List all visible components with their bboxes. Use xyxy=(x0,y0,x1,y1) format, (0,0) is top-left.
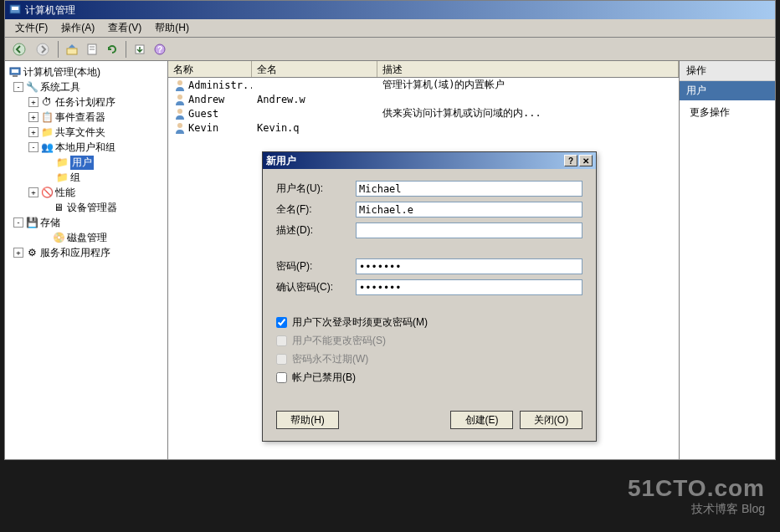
col-fullname[interactable]: 全名 xyxy=(252,61,377,77)
storage-icon: 💾 xyxy=(25,216,38,229)
password-field[interactable] xyxy=(356,258,582,274)
tree-services-apps[interactable]: + ⚙ 服务和应用程序 xyxy=(7,245,166,260)
collapse-icon[interactable]: - xyxy=(13,82,23,92)
col-description[interactable]: 描述 xyxy=(377,61,679,77)
menu-help[interactable]: 帮助(H) xyxy=(148,19,196,37)
list-item[interactable]: Andrew Andrew.w xyxy=(168,92,679,106)
forward-button[interactable] xyxy=(32,40,54,59)
svg-rect-13 xyxy=(13,75,18,77)
list-item[interactable]: Administr... 管理计算机(域)的内置帐户 xyxy=(168,78,679,92)
confirm-field[interactable] xyxy=(356,279,582,295)
col-name[interactable]: 名称 xyxy=(168,61,252,77)
expand-icon[interactable]: + xyxy=(13,248,23,258)
help-button[interactable]: ? xyxy=(151,40,169,59)
svg-point-17 xyxy=(177,123,182,128)
expand-icon[interactable]: + xyxy=(28,97,38,107)
fullname-field[interactable] xyxy=(356,202,582,217)
folder-icon: 📁 xyxy=(55,171,69,184)
list-header: 名称 全名 描述 xyxy=(168,61,679,78)
export-button[interactable] xyxy=(131,40,149,59)
tree-disk-management[interactable]: 📀 磁盘管理 xyxy=(7,230,166,245)
check-must-change[interactable]: 用户下次登录时须更改密码(M) xyxy=(276,315,582,330)
close-button[interactable]: 关闭(O) xyxy=(520,411,582,429)
svg-rect-12 xyxy=(12,69,18,73)
window-title: 计算机管理 xyxy=(25,3,75,18)
scheduler-icon: ⏱ xyxy=(40,95,54,109)
toolbar-separator xyxy=(58,41,59,58)
expand-icon[interactable]: + xyxy=(28,112,38,122)
tree-root[interactable]: 计算机管理(本地) xyxy=(7,64,166,79)
tools-icon: 🔧 xyxy=(25,80,38,94)
confirm-label: 确认密码(C): xyxy=(276,280,356,294)
dialog-close-button[interactable]: ✕ xyxy=(579,155,593,166)
svg-rect-1 xyxy=(12,7,18,10)
actions-more[interactable]: 更多操作 xyxy=(680,100,775,125)
user-icon xyxy=(173,93,187,106)
toolbar-separator xyxy=(126,41,126,58)
actions-subheader: 用户 xyxy=(680,81,775,100)
menu-file[interactable]: 文件(F) xyxy=(8,19,54,37)
tree-device-manager[interactable]: 🖥 设备管理器 xyxy=(7,200,166,215)
tree-performance[interactable]: + 🚫 性能 xyxy=(7,185,166,200)
collapse-icon[interactable]: - xyxy=(13,217,23,228)
shared-icon: 📁 xyxy=(40,125,54,139)
svg-point-2 xyxy=(13,43,25,55)
description-field[interactable] xyxy=(356,223,582,238)
help-button[interactable]: 帮助(H) xyxy=(276,411,339,429)
dialog-buttons: 帮助(H) 创建(E) 关闭(O) xyxy=(263,399,596,441)
folder-icon: 📁 xyxy=(55,156,69,169)
password-label: 密码(P): xyxy=(276,259,356,274)
computer-icon xyxy=(8,65,22,79)
menu-action[interactable]: 操作(A) xyxy=(54,19,101,37)
list-body: Administr... 管理计算机(域)的内置帐户 Andrew Andrew… xyxy=(168,78,679,135)
back-button[interactable] xyxy=(8,40,30,59)
actions-panel: 操作 用户 更多操作 xyxy=(679,61,775,459)
dialog-body: 用户名(U): 全名(F): 描述(D): 密码(P): 确认密码(C): 用户… xyxy=(263,169,596,399)
svg-point-15 xyxy=(177,95,182,100)
tree-event-viewer[interactable]: + 📋 事件查看器 xyxy=(7,110,166,125)
tree-system-tools[interactable]: - 🔧 系统工具 xyxy=(7,79,166,95)
checkbox-must-change[interactable] xyxy=(276,317,287,328)
tree-shared-folders[interactable]: + 📁 共享文件夹 xyxy=(7,125,166,140)
menubar: 文件(F) 操作(A) 查看(V) 帮助(H) xyxy=(5,19,775,38)
actions-header: 操作 xyxy=(680,61,775,81)
up-button[interactable] xyxy=(63,40,81,59)
expand-icon[interactable]: + xyxy=(28,127,38,137)
check-never-expires: 密码永不过期(W) xyxy=(276,352,582,366)
collapse-icon[interactable]: - xyxy=(28,142,38,152)
device-icon: 🖥 xyxy=(52,201,65,214)
dialog-help-button[interactable]: ? xyxy=(564,155,577,166)
expand-icon[interactable]: + xyxy=(28,187,38,197)
tree-users[interactable]: 📁 用户 xyxy=(7,155,166,170)
refresh-button[interactable] xyxy=(103,40,121,59)
create-button[interactable]: 创建(E) xyxy=(450,411,513,429)
tree-storage[interactable]: - 💾 存储 xyxy=(7,215,166,230)
list-item[interactable]: Kevin Kevin.q xyxy=(168,120,679,135)
tree-task-scheduler[interactable]: + ⏱ 任务计划程序 xyxy=(7,95,166,110)
event-icon: 📋 xyxy=(40,110,54,124)
titlebar: 计算机管理 xyxy=(5,1,775,19)
check-cannot-change: 用户不能更改密码(S) xyxy=(276,334,582,348)
tree-groups[interactable]: 📁 组 xyxy=(7,170,166,185)
svg-text:?: ? xyxy=(157,45,162,54)
fullname-label: 全名(F): xyxy=(276,202,356,217)
checkbox-cannot-change xyxy=(276,335,287,346)
user-icon xyxy=(173,79,187,92)
tree-panel: 计算机管理(本地) - 🔧 系统工具 + ⏱ 任务计划程序 + 📋 事件查看器 … xyxy=(5,61,168,459)
performance-icon: 🚫 xyxy=(40,186,54,199)
svg-point-3 xyxy=(37,43,49,55)
svg-point-14 xyxy=(177,80,182,85)
menu-view[interactable]: 查看(V) xyxy=(101,19,148,37)
user-icon xyxy=(173,121,187,135)
disk-icon: 📀 xyxy=(52,231,65,244)
check-disabled[interactable]: 帐户已禁用(B) xyxy=(276,371,582,385)
users-groups-icon: 👥 xyxy=(40,141,54,154)
app-icon xyxy=(8,3,22,17)
checkbox-disabled[interactable] xyxy=(276,372,287,383)
username-field[interactable] xyxy=(356,181,582,197)
toolbar: ? xyxy=(5,38,775,61)
properties-button[interactable] xyxy=(83,40,101,59)
list-item[interactable]: Guest 供来宾访问计算机或访问域的内... xyxy=(168,106,679,120)
svg-rect-4 xyxy=(67,49,77,54)
tree-local-users-groups[interactable]: - 👥 本地用户和组 xyxy=(7,140,166,155)
